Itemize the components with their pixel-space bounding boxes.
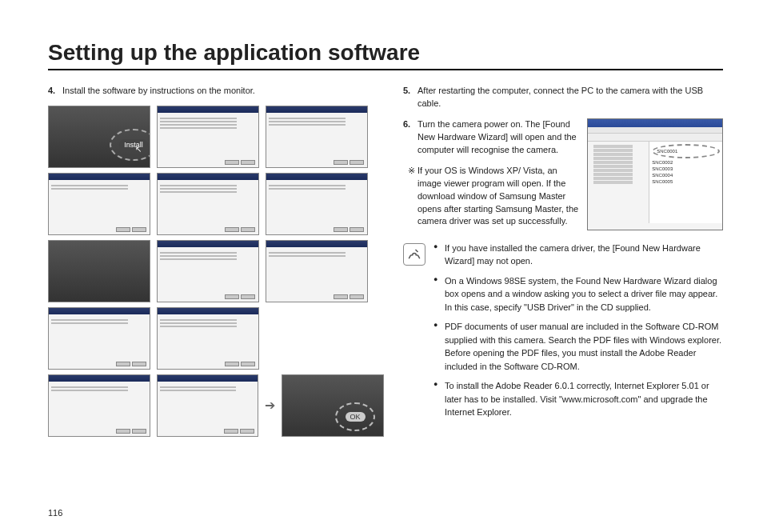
- ok-highlight: OK: [335, 402, 375, 431]
- ok-label: OK: [346, 412, 366, 422]
- note-item: PDF documents of user manual are include…: [433, 320, 723, 373]
- screenshot-wizard-2: [266, 106, 368, 168]
- step-5: 5. After restarting the computer, connec…: [403, 85, 723, 110]
- note-item: To install the Adobe Reader 6.0.1 correc…: [433, 379, 723, 419]
- step-6-number: 6.: [403, 118, 417, 157]
- note-list: If you have installed the camera driver,…: [433, 242, 723, 426]
- install-highlight: Install: [110, 129, 150, 161]
- step-6: 6. Turn the camera power on. The [Found …: [403, 118, 579, 157]
- step-4-text: Install the software by instructions on …: [62, 85, 384, 98]
- screenshot-final: OK: [282, 374, 384, 437]
- install-label: Install: [119, 139, 148, 150]
- screenshot-wizard-6: [48, 240, 150, 302]
- explorer-item: SNC0001: [657, 149, 703, 154]
- screenshot-wizard-3: [48, 173, 150, 235]
- screenshot-wizard-1: [157, 106, 259, 168]
- screenshot-wizard-9: [48, 307, 150, 370]
- screenshot-wizard-5: [266, 173, 368, 235]
- page-number: 116: [48, 508, 62, 518]
- note-icon: [403, 243, 425, 266]
- note-box: If you have installed the camera driver,…: [403, 242, 723, 426]
- star-text: If your OS is Windows XP/ Vista, an imag…: [417, 166, 578, 226]
- screenshot-wizard-8: [266, 240, 368, 302]
- page-title: Setting up the application software: [48, 40, 723, 70]
- explorer-item: SNC0002: [652, 160, 706, 165]
- note-item: On a Windows 98SE system, the Found New …: [433, 274, 723, 314]
- step-4-number: 4.: [48, 85, 62, 98]
- screenshot-wizard-4: [157, 173, 259, 235]
- right-column: 5. After restarting the computer, connec…: [403, 85, 723, 437]
- screenshot-splash: Install ↖: [48, 106, 150, 168]
- screenshot-wizard-12: [157, 374, 259, 437]
- screenshot-wizard-11: [48, 374, 150, 437]
- explorer-item: SNC0004: [652, 173, 706, 178]
- step-6-text: Turn the camera power on. The [Found New…: [417, 118, 579, 157]
- install-screenshots: Install ↖: [48, 106, 384, 437]
- explorer-item: SNC0003: [652, 166, 706, 171]
- explorer-tree: [588, 142, 649, 223]
- note-item: If you have installed the camera driver,…: [433, 242, 723, 268]
- screenshot-wizard-7: [157, 240, 259, 302]
- star-marker: ※: [408, 166, 415, 175]
- explorer-item: SNC0005: [652, 179, 706, 184]
- explorer-screenshot: SNC0001 SNC0002 SNC0003 SNC0004 SNC0005: [587, 118, 723, 230]
- cursor-icon: ↖: [135, 145, 142, 154]
- left-column: 4. Install the software by instructions …: [48, 85, 384, 437]
- step-5-number: 5.: [403, 85, 417, 110]
- explorer-list: SNC0001 SNC0002 SNC0003 SNC0004 SNC0005: [649, 142, 722, 223]
- arrow-icon: ➔: [265, 398, 275, 413]
- step-4: 4. Install the software by instructions …: [48, 85, 384, 98]
- screenshot-wizard-10: [157, 307, 259, 370]
- step-5-text: After restarting the computer, connect t…: [417, 85, 723, 110]
